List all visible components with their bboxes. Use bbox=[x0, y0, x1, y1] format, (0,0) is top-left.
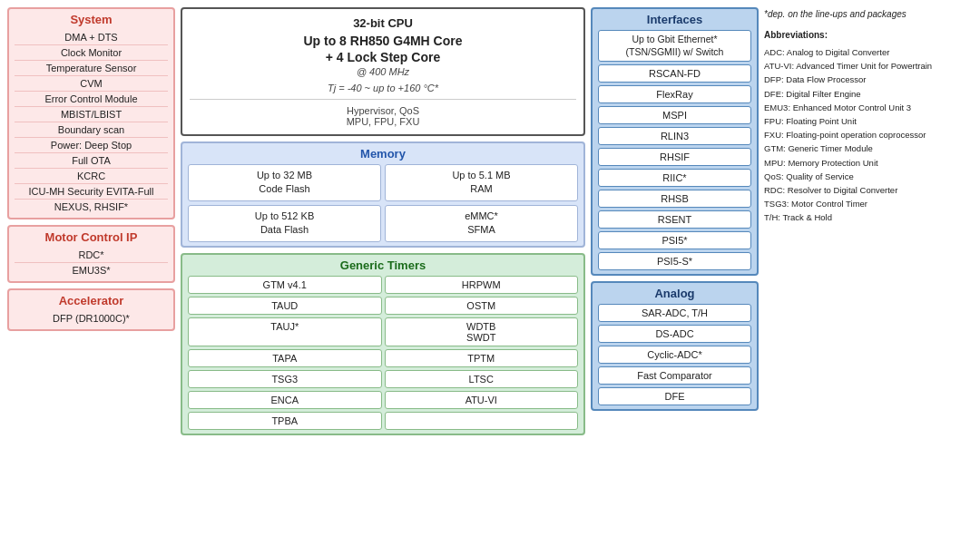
timer-cell-1: HRPWM bbox=[385, 276, 579, 294]
if-rlin3: RLIN3 bbox=[598, 127, 751, 145]
abbrev-4: EMU3: Enhanced Motor Control Unit 3 bbox=[764, 101, 973, 114]
interfaces-eth: Up to Gbit Ethernet* (TSN/SGMII) w/ Swit… bbox=[598, 30, 751, 62]
timer-cell-2: TAUD bbox=[188, 297, 382, 315]
center-column: 32-bit CPU Up to 8 RH850 G4MH Core + 4 L… bbox=[181, 7, 585, 435]
analog-box: Analog SAR-ADC, T/H DS-ADC Cyclic-ADC* F… bbox=[591, 281, 759, 411]
system-item-boundary: Boundary scan bbox=[15, 122, 168, 138]
motor-title: Motor Control IP bbox=[15, 230, 168, 244]
system-item-power: Power: Deep Stop bbox=[15, 138, 168, 153]
abbrev-3: DFE: Digital Filter Engine bbox=[764, 87, 973, 101]
memory-cell-1: Up to 5.1 MB RAM bbox=[385, 164, 578, 201]
timer-cell-0: GTM v4.1 bbox=[188, 276, 382, 294]
system-item-icu: ICU-MH Security EVITA-Full bbox=[15, 184, 168, 200]
memory-cell-2: Up to 512 KB Data Flash bbox=[188, 205, 381, 242]
system-item-cvm: CVM bbox=[15, 76, 168, 92]
timers-title: Generic Timers bbox=[188, 258, 578, 272]
timer-cell-8: TSG3 bbox=[188, 370, 382, 388]
timer-cell-3: OSTM bbox=[385, 297, 579, 315]
system-column: System DMA + DTS Clock Monitor Temperatu… bbox=[7, 7, 175, 435]
cpu-title: 32-bit CPU bbox=[190, 16, 576, 30]
timer-cell-13 bbox=[385, 412, 579, 430]
timer-cell-9: LTSC bbox=[385, 370, 579, 388]
accel-item-dfp: DFP (DR1000C)* bbox=[15, 311, 168, 326]
memory-cell-0: Up to 32 MB Code Flash bbox=[188, 164, 381, 201]
timer-cell-4: TAUJ* bbox=[188, 317, 382, 346]
if-mspi: MSPI bbox=[598, 106, 751, 124]
an-saradc: SAR-ADC, T/H bbox=[598, 304, 751, 322]
cpu-sub2: @ 400 MHz bbox=[190, 66, 576, 77]
memory-grid: Up to 32 MB Code Flash Up to 5.1 MB RAM … bbox=[188, 164, 578, 242]
system-item-dma: DMA + DTS bbox=[15, 30, 168, 45]
abbrev-10: RDC: Resolver to Digital Converter bbox=[764, 183, 973, 197]
an-dsadc: DS-ADC bbox=[598, 325, 751, 343]
analog-title: Analog bbox=[598, 287, 751, 300]
timer-cell-12: TPBA bbox=[188, 412, 382, 430]
motor-box: Motor Control IP RDC* EMU3S* bbox=[7, 225, 175, 283]
if-rhsif: RHSIF bbox=[598, 148, 751, 166]
system-item-nexus: NEXUS, RHSIF* bbox=[15, 200, 168, 214]
motor-item-emu3s: EMU3S* bbox=[15, 263, 168, 278]
accel-box: Accelerator DFP (DR1000C)* bbox=[7, 288, 175, 331]
timer-cell-6: TAPA bbox=[188, 349, 382, 367]
accel-title: Accelerator bbox=[15, 294, 168, 307]
abbrev-11: TSG3: Motor Control Timer bbox=[764, 197, 973, 210]
abbrev-2: DFP: Data Flow Processor bbox=[764, 73, 973, 86]
cpu-sub1: + 4 Lock Step Core bbox=[190, 50, 576, 64]
an-dfe: DFE bbox=[598, 387, 751, 405]
an-comparator: Fast Comparator bbox=[598, 366, 751, 385]
interfaces-box: Interfaces Up to Gbit Ethernet* (TSN/SGM… bbox=[591, 7, 759, 276]
timer-cell-10: ENCA bbox=[188, 391, 382, 409]
timer-cell-5: WDTB SWDT bbox=[385, 317, 579, 346]
timer-cell-11: ATU-VI bbox=[385, 391, 579, 409]
memory-box: Memory Up to 32 MB Code Flash Up to 5.1 … bbox=[181, 141, 585, 248]
cpu-box: 32-bit CPU Up to 8 RH850 G4MH Core + 4 L… bbox=[181, 7, 585, 136]
if-flexray: FlexRay bbox=[598, 85, 751, 103]
abbrev-7: GTM: Generic Timer Module bbox=[764, 141, 973, 155]
main-container: System DMA + DTS Clock Monitor Temperatu… bbox=[7, 7, 973, 435]
cpu-main: Up to 8 RH850 G4MH Core bbox=[190, 34, 576, 48]
abbrev-6: FXU: Floating-point operation coprocesso… bbox=[764, 128, 973, 141]
system-item-mbist: MBIST/LBIST bbox=[15, 107, 168, 122]
if-psi5: PSI5* bbox=[598, 231, 751, 249]
interfaces-title: Interfaces bbox=[598, 13, 751, 26]
system-item-ota: Full OTA bbox=[15, 153, 168, 169]
abbrev-1: ATU-VI: Advanced Timer Unit for Powertra… bbox=[764, 59, 973, 73]
if-rsent: RSENT bbox=[598, 210, 751, 229]
notes-column: *dep. on the line-ups and packages Abbre… bbox=[764, 7, 973, 435]
if-rhsb: RHSB bbox=[598, 190, 751, 208]
notes-abbrev-list: ADC: Analog to Digital Converter ATU-VI:… bbox=[764, 45, 973, 224]
if-rscan: RSCAN-FD bbox=[598, 64, 751, 83]
if-riic: RIIC* bbox=[598, 169, 751, 187]
timer-cell-7: TPTM bbox=[385, 349, 579, 367]
cpu-sub3: Tj = -40 ~ up to +160 °C* bbox=[190, 83, 576, 93]
system-box: System DMA + DTS Clock Monitor Temperatu… bbox=[7, 7, 175, 219]
system-title: System bbox=[15, 13, 168, 26]
an-cyclic: Cyclic-ADC* bbox=[598, 346, 751, 364]
abbrev-5: FPU: Floating Point Unit bbox=[764, 114, 973, 128]
abbrev-8: MPU: Memory Protection Unit bbox=[764, 156, 973, 170]
timers-box: Generic Timers GTM v4.1 HRPWM TAUD OSTM … bbox=[181, 253, 585, 435]
memory-cell-3: eMMC* SFMA bbox=[385, 205, 578, 242]
abbrev-9: QoS: Quality of Service bbox=[764, 170, 973, 183]
system-item-ecm: Error Control Module bbox=[15, 92, 168, 107]
if-psi5s: PSI5-S* bbox=[598, 252, 751, 270]
interfaces-column: Interfaces Up to Gbit Ethernet* (TSN/SGM… bbox=[591, 7, 759, 435]
timers-grid: GTM v4.1 HRPWM TAUD OSTM TAUJ* WDTB SWDT… bbox=[188, 276, 578, 430]
motor-item-rdc: RDC* bbox=[15, 248, 168, 263]
system-item-kcrc: KCRC bbox=[15, 169, 168, 184]
system-item-clock: Clock Monitor bbox=[15, 45, 168, 61]
memory-title: Memory bbox=[188, 147, 578, 161]
cpu-features: Hypervisor, QoS MPU, FPU, FXU bbox=[190, 99, 576, 127]
notes-abbrev-title: Abbreviations: bbox=[764, 28, 973, 42]
notes-dep: *dep. on the line-ups and packages bbox=[764, 7, 973, 21]
abbrev-0: ADC: Analog to Digital Converter bbox=[764, 45, 973, 59]
abbrev-12: T/H: Track & Hold bbox=[764, 210, 973, 224]
system-item-temp: Temperature Sensor bbox=[15, 61, 168, 76]
